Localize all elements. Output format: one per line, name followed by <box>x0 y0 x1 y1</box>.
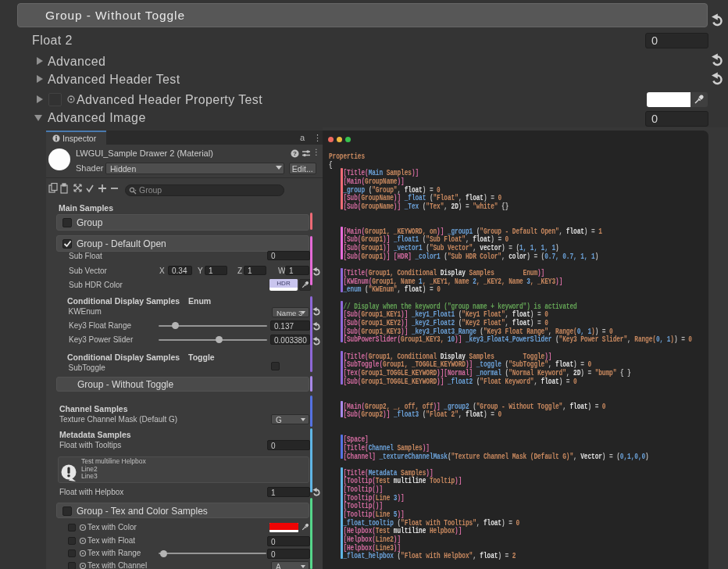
svg-text:?: ? <box>293 150 297 157</box>
